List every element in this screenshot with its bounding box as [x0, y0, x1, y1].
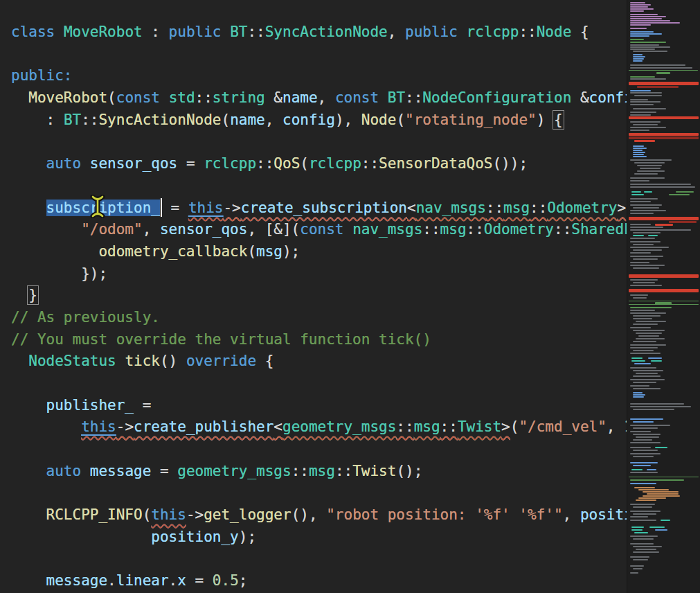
code-line[interactable]: odometry_callback(msg);	[11, 241, 627, 263]
minimap-row	[633, 156, 647, 157]
code-line[interactable]: // You must override the virtual functio…	[11, 329, 627, 351]
minimap-row	[633, 145, 644, 147]
code-line[interactable]	[11, 482, 627, 504]
code-line[interactable]	[11, 373, 627, 395]
code-token: auto	[46, 463, 82, 479]
code-token: sensor_qos	[90, 155, 177, 172]
minimap-row	[644, 191, 652, 193]
code-line[interactable]	[11, 131, 627, 153]
code-token: msg	[309, 463, 335, 479]
code-token: (	[396, 112, 405, 128]
code-token: {	[571, 24, 589, 40]
minimap-row	[630, 238, 655, 239]
minimap-row	[630, 294, 648, 296]
code-line[interactable]: position_y);	[11, 526, 627, 549]
code-token: message	[46, 572, 108, 589]
code-line[interactable]: this->create_publisher<geometry_msgs::ms…	[11, 416, 627, 439]
minimap-row	[630, 48, 655, 50]
editor-pane[interactable]: class MoveRobot : public BT::SyncActionN…	[0, 0, 627, 593]
minimap[interactable]	[627, 0, 700, 593]
code-token: rclcpp	[309, 155, 361, 172]
minimap-row	[630, 385, 649, 387]
code-token: ::	[467, 221, 484, 238]
code-token: this	[151, 506, 186, 523]
minimap-row	[630, 520, 656, 521]
code-token: string	[213, 89, 265, 106]
code-token: ::	[361, 155, 379, 172]
minimap-row	[630, 425, 670, 426]
code-token: config	[589, 89, 627, 106]
minimap-row	[630, 403, 684, 405]
code-line[interactable]	[11, 44, 627, 66]
code-token: =	[186, 572, 213, 589]
minimap-row	[630, 431, 651, 432]
minimap-row	[633, 370, 663, 371]
minimap-row	[630, 130, 649, 131]
minimap-row	[633, 152, 645, 153]
code-token: ::	[405, 89, 422, 106]
minimap-row	[630, 252, 651, 254]
code-line[interactable]: "/odom", sensor_qos, [&](const nav_msgs:…	[11, 219, 627, 241]
code-line[interactable]: }	[11, 285, 627, 307]
code-token	[81, 155, 90, 172]
code-token: "robot position: '%f' '%f'"	[326, 506, 562, 523]
code-token: std	[169, 89, 195, 106]
minimap-row	[629, 70, 698, 71]
code-line[interactable]: // As previously.	[11, 307, 627, 329]
minimap-row	[637, 165, 662, 166]
code-token: config	[282, 112, 335, 128]
minimap-row	[630, 6, 648, 8]
code-line[interactable]: subscription_ = this->create_subscriptio…	[11, 197, 627, 220]
code-line[interactable]	[11, 175, 627, 197]
code-token	[458, 24, 467, 40]
code-line[interactable]: NodeStatus tick() override {	[11, 351, 627, 373]
code-token: ::	[195, 89, 213, 106]
code-line[interactable]: RCLCPP_INFO(this->get_logger(), "robot p…	[11, 504, 627, 526]
code-line[interactable]	[11, 549, 627, 571]
code-editor-window: { "editor": { "background": "#232323", "…	[0, 0, 700, 593]
minimap-row	[633, 546, 662, 547]
minimap-row	[630, 33, 662, 35]
code-line[interactable]	[11, 439, 627, 461]
minimap-row	[630, 543, 654, 545]
code-token	[81, 463, 90, 479]
code-line[interactable]: : BT::SyncActionNode(name, config), Node…	[11, 109, 627, 132]
minimap-row	[633, 350, 654, 351]
code-token: Twist	[352, 463, 396, 479]
code-token: Node	[361, 112, 397, 128]
code-line[interactable]: auto message = geometry_msgs::msg::Twist…	[11, 461, 627, 483]
minimap-row	[655, 529, 667, 531]
minimap-row	[631, 526, 644, 528]
minimap-row	[633, 394, 645, 396]
code-token: create_publisher	[134, 418, 273, 435]
code-line[interactable]: public:	[11, 65, 627, 87]
minimap-row	[636, 549, 656, 550]
code-line[interactable]: auto sensor_qos = rclcpp::QoS(rclcpp::Se…	[11, 153, 627, 175]
code-token: Odometry	[547, 200, 617, 216]
code-token	[379, 89, 388, 106]
code-token	[160, 89, 169, 106]
code-token: ;	[239, 572, 248, 589]
minimap-row	[634, 140, 655, 142]
minimap-row	[647, 493, 679, 495]
minimap-row	[630, 35, 649, 37]
minimap-row	[630, 159, 672, 161]
code-token: ,	[607, 418, 624, 435]
code-line[interactable]: class MoveRobot : public BT::SyncActionN…	[11, 21, 627, 44]
code-token: msg	[414, 418, 440, 435]
minimap-row	[630, 472, 658, 473]
code-line[interactable]: publisher_ =	[11, 395, 627, 417]
code-line[interactable]: MoveRobot(const std::string &name, const…	[11, 87, 627, 109]
code-token: SensorDataQoS	[379, 155, 492, 172]
code-token: <	[407, 200, 416, 216]
minimap-row	[631, 360, 645, 362]
code-token: nav_msgs	[416, 200, 486, 216]
code-token: "/odom"	[81, 221, 143, 238]
code-area[interactable]: class MoveRobot : public BT::SyncActionN…	[0, 0, 627, 593]
minimap-row	[669, 221, 697, 223]
code-line[interactable]: });	[11, 263, 627, 285]
minimap-row	[630, 99, 648, 100]
code-line[interactable]: message.linear.x = 0.5;	[11, 570, 627, 592]
minimap-row	[630, 101, 661, 103]
code-token: msg	[440, 221, 467, 238]
